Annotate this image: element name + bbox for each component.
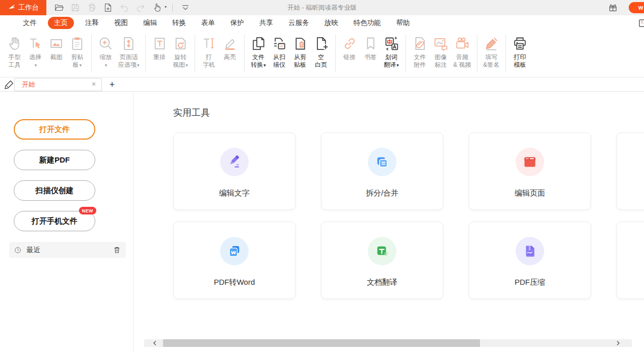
workspace-button[interactable]: 工作台 [0, 0, 46, 15]
clipboard-button[interactable]: 剪贴板▾ [67, 34, 88, 69]
file-attachment-button[interactable]: 文件附件 [410, 34, 431, 69]
card-edit-text[interactable]: 编辑文字 [173, 132, 296, 210]
sidebar-new-pdf-button[interactable]: 新建PDF [14, 150, 95, 170]
translate-button[interactable]: 划词翻译▾ [381, 34, 402, 69]
menu-item[interactable]: 云服务 [288, 18, 309, 28]
menu-item[interactable]: 特色功能 [354, 18, 381, 28]
tab-start[interactable]: 开始 × [14, 78, 102, 91]
scroll-right-icon[interactable] [613, 340, 623, 346]
menu-item[interactable]: 帮助 [396, 18, 410, 28]
menu-item[interactable]: 表单 [201, 18, 215, 28]
foxit-logo-icon [8, 4, 16, 12]
redo-icon [135, 2, 146, 13]
card-label: 拆分/合并 [321, 188, 443, 198]
reflow-button[interactable]: 重排 [149, 34, 170, 61]
print-button[interactable] [86, 2, 97, 13]
bookmark-icon [362, 35, 379, 52]
highlight-button[interactable]: 高亮 [220, 34, 240, 61]
card-label: 文档翻译 [321, 278, 443, 287]
blank-page-button[interactable]: 空白页 [311, 34, 332, 69]
fill-sign-button[interactable]: 填写&签名 [481, 34, 502, 69]
ribbon-button-label: 链接 [343, 53, 356, 61]
menu-item[interactable]: 保护 [230, 18, 244, 28]
workspace-label: 工作台 [18, 3, 39, 12]
button-label: 扫描仪创建 [36, 186, 74, 195]
hand-pointer-button[interactable]: ▾ [151, 2, 163, 13]
hand-tool-button[interactable]: 手型工具 [4, 34, 25, 69]
main-content: 实用工具 编辑文字拆分/合并编辑页面wPDF转Word文档翻译PDFPDF压缩 [134, 92, 644, 352]
image-annotation-button[interactable]: 图像标注 [431, 34, 451, 69]
new-badge: NEW [79, 207, 96, 214]
gift-button[interactable] [607, 2, 619, 13]
card-pdf-compress[interactable]: PDFPDF压缩 [469, 222, 591, 299]
sidebar-open-mobile-file-button[interactable]: 打开手机文件NEW [14, 211, 95, 231]
zoom-tool-icon [97, 35, 114, 52]
link-button[interactable]: 链接 [339, 34, 360, 61]
print-template-button[interactable]: 打印模板 [509, 34, 530, 69]
file-convert-button[interactable]: 文件转换▾ [248, 34, 269, 69]
scrollbar-thumb[interactable] [163, 339, 480, 347]
customize-toolbar-button[interactable] [180, 2, 191, 13]
card-split-merge[interactable]: 拆分/合并 [321, 132, 443, 210]
undo-button[interactable] [119, 2, 130, 13]
new-page-button[interactable] [102, 2, 114, 13]
from-scanner-button[interactable]: 从扫描仪 [269, 34, 290, 69]
toolbar-divider [172, 4, 173, 12]
open-folder-button[interactable] [53, 2, 65, 13]
zoom-tool-button[interactable]: 缩放▾ [95, 34, 116, 69]
card-edit-page[interactable]: 编辑页面 [469, 132, 591, 210]
ribbon-button-label: 截图 [50, 53, 63, 61]
menu-item[interactable]: 视图 [114, 18, 128, 28]
tabbar: 开始 × + [0, 77, 644, 92]
menu-item[interactable]: 文件 [23, 18, 37, 28]
ribbon-separator [244, 35, 245, 72]
undo-icon [119, 2, 130, 13]
menu-item[interactable]: 转换 [172, 18, 186, 28]
quick-access-bar: ▾ [51, 0, 194, 15]
trash-icon[interactable] [113, 246, 121, 254]
typewriter-button[interactable]: 打字机 [199, 34, 220, 69]
scroll-left-icon[interactable] [150, 340, 159, 346]
edit-text-icon [227, 154, 242, 170]
pdf-compress-icon: PDF [522, 243, 538, 259]
ribbon-separator [505, 35, 506, 72]
snapshot-icon [48, 35, 65, 52]
card-partial-1[interactable] [616, 132, 644, 210]
menu-item[interactable]: 注释 [85, 18, 99, 28]
new-tab-button[interactable]: + [106, 78, 118, 91]
redo-button[interactable] [135, 2, 146, 13]
bookmark-button[interactable]: 书签 [360, 34, 381, 61]
horizontal-scrollbar[interactable] [144, 339, 632, 347]
ribbon-separator [195, 35, 195, 72]
menu-item[interactable]: 编辑 [143, 18, 157, 28]
sidebar-scanner-create-button[interactable]: 扫描仪创建 [14, 180, 95, 201]
svg-text:PDF: PDF [527, 252, 533, 254]
page-fit-button[interactable]: 页面适应选项▾ [116, 34, 142, 69]
select-tool-button[interactable]: 选择▾ [25, 34, 46, 69]
tab-close-icon[interactable]: × [89, 80, 98, 89]
ribbon-button-label: 填写&签名 [483, 53, 499, 69]
save-button[interactable] [70, 2, 81, 13]
pen-icon[interactable] [4, 79, 15, 90]
promo-button[interactable]: w [629, 2, 644, 13]
sidebar-open-file-button[interactable]: 打开文件 [14, 119, 95, 140]
menu-item[interactable]: 放映 [325, 18, 338, 28]
menu-item[interactable]: 共享 [259, 18, 273, 28]
from-clipboard-button[interactable]: 从剪贴板 [290, 34, 311, 69]
menu-item[interactable]: 主页 [48, 17, 74, 29]
rotate-view-button[interactable]: 旋转视图▾ [170, 34, 191, 69]
recent-bar[interactable]: 最近 [9, 242, 126, 258]
card-doc-translate[interactable]: 文档翻译 [321, 222, 443, 299]
svg-text:w: w [231, 249, 236, 256]
snapshot-button[interactable]: 截图 [46, 34, 67, 61]
save-icon [70, 2, 81, 13]
audio-video-button[interactable]: 音频& 视频 [451, 34, 473, 69]
new-page-icon [102, 2, 114, 13]
translate-icon [383, 35, 400, 52]
card-partial-2[interactable] [616, 222, 644, 299]
ribbon-button-label: 剪贴板▾ [71, 53, 84, 69]
print-template-icon [512, 35, 528, 52]
clipped-toolbar-icon[interactable] [638, 19, 644, 28]
card-pdf-to-word[interactable]: wPDF转Word [173, 222, 296, 299]
button-label: 新建PDF [39, 155, 70, 164]
